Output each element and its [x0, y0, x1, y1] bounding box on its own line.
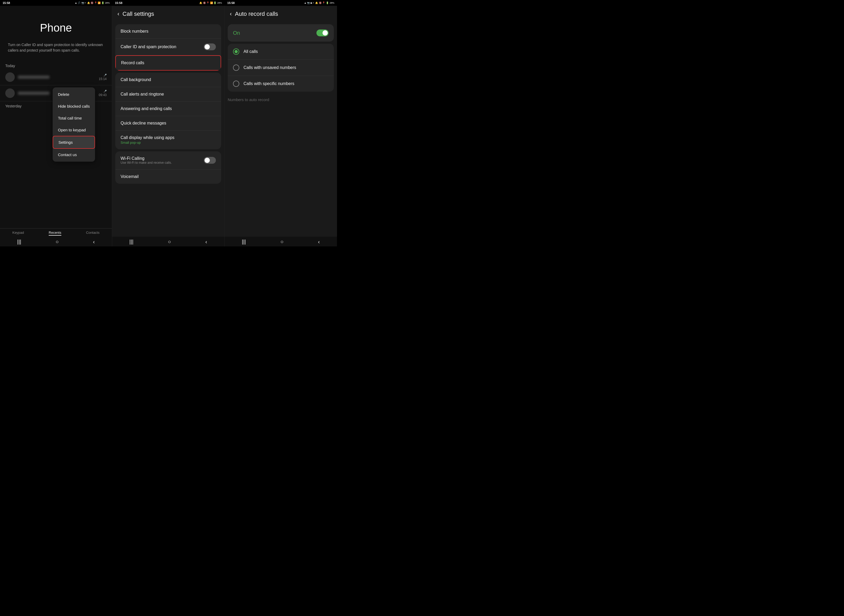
record-on-card: On	[228, 24, 334, 42]
settings-back-button[interactable]: ‹	[117, 10, 119, 18]
record-header: ‹ Auto record calls	[224, 6, 337, 22]
settings-call-alerts[interactable]: Call alerts and ringtone	[115, 87, 221, 102]
icons-1: ▲ 🎵 📷 • 🔔 🔇 📍 📶 🔋 28%	[75, 1, 110, 4]
caller-id-toggle[interactable]	[204, 43, 216, 50]
record-calls-label: Record calls	[121, 60, 144, 65]
option-unsaved[interactable]: Calls with unsaved numbers	[228, 60, 334, 76]
radio-unsaved[interactable]	[233, 65, 239, 71]
nav-menu-icon-3[interactable]: |||	[242, 239, 246, 245]
settings-call-background[interactable]: Call background	[115, 73, 221, 87]
record-on-knob	[322, 30, 328, 35]
nav-home-icon-3[interactable]: ○	[280, 239, 284, 245]
nav-home-icon-2[interactable]: ○	[168, 239, 171, 245]
status-panel-2: 15:58 🔔 🔇 📍 📶 🔋 28%	[113, 0, 225, 6]
settings-answering[interactable]: Answering and ending calls	[115, 102, 221, 116]
icons-2: 🔔 🔇 📍 📶 🔋 28%	[199, 1, 222, 4]
nav-menu-icon-1[interactable]: |||	[17, 239, 21, 245]
bottom-nav-3: ||| ○ ‹	[224, 237, 337, 246]
caller-id-toggle-switch[interactable]	[204, 43, 216, 50]
settings-voicemail[interactable]: Voicemail	[115, 170, 221, 184]
numbers-section-title: Numbers to auto record	[228, 94, 334, 104]
record-on-toggle[interactable]	[316, 29, 328, 36]
nav-back-icon-2[interactable]: ‹	[205, 239, 207, 245]
call-time-1: 🎤 15:14	[99, 74, 107, 81]
nav-menu-icon-2[interactable]: |||	[129, 239, 133, 245]
call-display-label: Call display while using apps	[120, 135, 174, 140]
panel-record: ‹ Auto record calls On All calls Calls w…	[224, 6, 337, 246]
caller-id-label: Caller ID and spam protection	[120, 44, 176, 49]
radio-specific[interactable]	[233, 81, 239, 87]
panel-settings: ‹ Call settings Block numbers Caller ID …	[112, 6, 224, 246]
nav-back-icon-1[interactable]: ‹	[93, 239, 95, 245]
avatar-1	[5, 72, 15, 82]
quick-decline-label: Quick decline messages	[120, 121, 166, 126]
tab-contacts[interactable]: Contacts	[86, 230, 100, 236]
call-name-1-blur	[18, 76, 50, 79]
call-background-label: Call background	[120, 78, 151, 82]
settings-call-display[interactable]: Call display while using apps Small pop-…	[115, 131, 221, 149]
avatar-2	[5, 88, 15, 98]
bottom-nav-1: Keypad Recents Contacts ||| ○ ‹	[0, 228, 112, 246]
bottom-nav-2: ||| ○ ‹	[112, 237, 224, 246]
all-calls-label: All calls	[243, 49, 258, 54]
icons-3: ▲ 📷 ▶ • 🔔 🔇 📍 🔋 28%	[304, 1, 334, 4]
radio-all-calls[interactable]	[233, 48, 239, 55]
menu-open-keypad[interactable]: Open to keypad	[53, 124, 95, 136]
settings-header: ‹ Call settings	[112, 6, 224, 22]
menu-settings[interactable]: Settings	[53, 136, 95, 149]
nav-icons-1: ||| ○ ‹	[0, 237, 112, 246]
nav-icons-2: ||| ○ ‹	[112, 237, 224, 246]
settings-quick-decline[interactable]: Quick decline messages	[115, 116, 221, 131]
record-back-button[interactable]: ‹	[230, 10, 232, 18]
caller-id-info: Turn on Caller ID and spam protection to…	[0, 42, 112, 53]
section-today: Today	[0, 61, 112, 69]
specific-label: Calls with specific numbers	[243, 81, 295, 86]
context-menu: Delete Hide blocked calls Total call tim…	[53, 87, 95, 161]
time-3: 15:58	[227, 1, 234, 4]
menu-hide-blocked[interactable]: Hide blocked calls	[53, 100, 95, 112]
settings-wifi-calling[interactable]: Wi-Fi Calling Use Wi-Fi to make and rece…	[115, 151, 221, 170]
call-alerts-label: Call alerts and ringtone	[120, 92, 164, 97]
call-display-sub: Small pop-up	[120, 141, 174, 145]
wifi-calling-sub: Use Wi-Fi to make and receive calls.	[120, 161, 172, 164]
record-title: Auto record calls	[235, 10, 278, 18]
record-options-card: All calls Calls with unsaved numbers Cal…	[228, 44, 334, 92]
nav-back-icon-3[interactable]: ‹	[318, 239, 320, 245]
settings-caller-id[interactable]: Caller ID and spam protection	[115, 39, 221, 55]
status-panel-1: 15:58 ▲ 🎵 📷 • 🔔 🔇 📍 📶 🔋 28%	[0, 0, 113, 6]
settings-card-mid: Call background Call alerts and ringtone…	[115, 73, 221, 149]
status-panel-3: 15:58 ▲ 📷 ▶ • 🔔 🔇 📍 🔋 28%	[224, 0, 337, 6]
wifi-calling-knob	[205, 158, 210, 163]
settings-card-wifi: Wi-Fi Calling Use Wi-Fi to make and rece…	[115, 151, 221, 184]
wifi-calling-label: Wi-Fi Calling	[120, 156, 172, 161]
radio-inner-all	[234, 50, 238, 53]
numbers-section: Numbers to auto record	[228, 94, 334, 104]
phone-title: Phone	[0, 22, 112, 34]
tab-recents[interactable]: Recents	[49, 230, 62, 236]
caller-id-toggle-knob	[205, 44, 210, 50]
settings-card-top: Block numbers Caller ID and spam protect…	[115, 24, 221, 70]
settings-block-numbers[interactable]: Block numbers	[115, 24, 221, 39]
bottom-tabs-1: Keypad Recents Contacts	[0, 228, 112, 237]
panel-phone: Phone Turn on Caller ID and spam protect…	[0, 6, 112, 246]
menu-delete[interactable]: Delete	[53, 88, 95, 100]
record-on-label: On	[233, 30, 240, 36]
block-numbers-label: Block numbers	[120, 29, 148, 34]
option-all-calls[interactable]: All calls	[228, 44, 334, 60]
menu-total-call-time[interactable]: Total call time	[53, 112, 95, 124]
status-bar: 15:58 ▲ 🎵 📷 • 🔔 🔇 📍 📶 🔋 28% 15:58 🔔 🔇 📍 …	[0, 0, 337, 6]
call-time-2: 🎤 09:43	[99, 90, 107, 97]
mic-icon-1: 🎤	[104, 74, 107, 76]
call-item-1[interactable]: 🎤 15:14	[0, 69, 112, 85]
menu-contact-us[interactable]: Contact us	[53, 149, 95, 161]
nav-icons-3: ||| ○ ‹	[224, 237, 337, 246]
settings-record-calls[interactable]: Record calls	[115, 55, 221, 70]
time-1: 15:58	[3, 1, 10, 4]
answering-label: Answering and ending calls	[120, 106, 172, 111]
option-specific[interactable]: Calls with specific numbers	[228, 76, 334, 92]
wifi-calling-toggle[interactable]	[204, 157, 216, 164]
tab-keypad[interactable]: Keypad	[12, 230, 24, 236]
nav-home-icon-1[interactable]: ○	[56, 239, 59, 245]
voicemail-label: Voicemail	[120, 174, 138, 179]
time-2: 15:58	[115, 1, 122, 4]
